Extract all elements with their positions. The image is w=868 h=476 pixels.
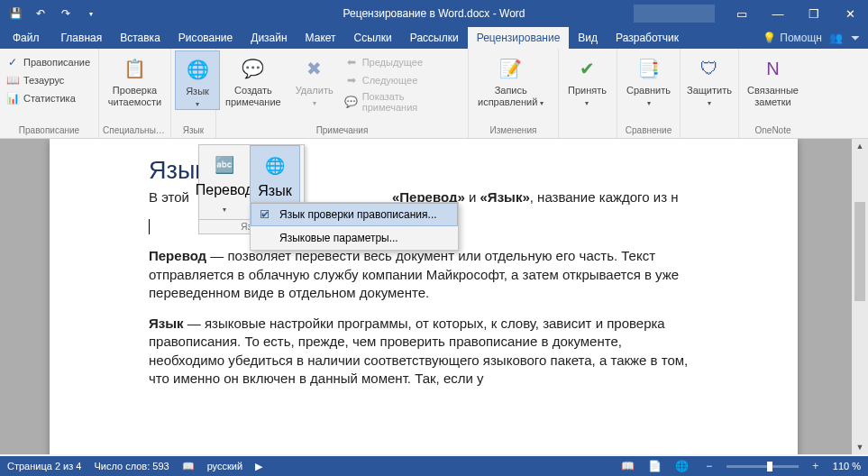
compare-button[interactable]: 📑Сравнить▾: [621, 50, 676, 108]
accessibility-icon: 📋: [121, 54, 150, 83]
zoom-slider[interactable]: [726, 465, 799, 468]
language-status[interactable]: русский: [207, 461, 242, 471]
lang-prefs-icon: [258, 231, 272, 245]
abc-check-icon: ✓: [5, 55, 20, 69]
redo-icon[interactable]: ↷: [58, 5, 74, 22]
document-page[interactable]: Язык В этой «Перевод» и «Язык», название…: [50, 139, 798, 454]
window-title: Рецензирование в Word.docx - Word: [343, 7, 525, 20]
language-button[interactable]: 🌐Язык▾: [175, 50, 220, 110]
language-submenu-label: Язык: [258, 183, 291, 198]
tell-me[interactable]: 💡Помощн: [763, 32, 822, 44]
comments-icon[interactable]: ⏷: [850, 32, 861, 44]
track-changes-button[interactable]: 📝Запись исправлений ▾: [472, 50, 549, 108]
linked-notes-button[interactable]: NСвязанные заметки: [743, 50, 803, 108]
account-sign-in[interactable]: [634, 5, 715, 23]
group-label-protect: [684, 124, 735, 138]
translate-button[interactable]: 🔤Перевод▾: [199, 145, 250, 219]
tab-mailings[interactable]: Рассылки: [401, 27, 468, 49]
share-icon[interactable]: 👥: [829, 32, 843, 44]
quick-access-toolbar: 💾 ↶ ↷ ▾: [0, 5, 99, 22]
prev-comment-label: Предыдущее: [362, 57, 423, 68]
thesaurus-label: Тезаурус: [23, 75, 64, 86]
spelling-label: Правописание: [23, 57, 90, 68]
scroll-thumb[interactable]: [854, 202, 865, 301]
print-layout-icon[interactable]: 📄: [645, 458, 665, 474]
show-comments-button[interactable]: 💬Показать примечания: [343, 90, 464, 114]
compare-icon: 📑: [635, 54, 663, 83]
word-count-button[interactable]: 📊Статистика: [4, 90, 92, 106]
group-label-comments: Примечания: [220, 124, 464, 138]
accept-button[interactable]: ✔Принять▾: [562, 50, 612, 108]
zoom-level[interactable]: 110 %: [833, 461, 861, 471]
tab-review[interactable]: Рецензирование: [468, 27, 570, 49]
chevron-down-icon: ▾: [540, 99, 544, 107]
tab-insert[interactable]: Вставка: [111, 27, 169, 49]
page-indicator[interactable]: Страница 2 из 4: [7, 461, 81, 471]
tab-design[interactable]: Дизайн: [242, 27, 296, 49]
language-preferences-label: Языковые параметры...: [279, 232, 398, 244]
tab-file[interactable]: Файл: [0, 27, 52, 49]
next-comment-button[interactable]: ➡Следующее: [343, 72, 464, 88]
spelling-button[interactable]: ✓Правописание: [4, 54, 92, 70]
group-label-proofing: Правописание: [4, 124, 95, 138]
spell-check-status-icon[interactable]: 📖: [182, 461, 195, 472]
scroll-down-icon[interactable]: ▼: [852, 440, 868, 454]
group-label-onenote: OneNote: [743, 124, 803, 138]
close-icon[interactable]: ✕: [832, 0, 868, 27]
read-mode-icon[interactable]: 📖: [618, 458, 638, 474]
tab-developer[interactable]: Разработчик: [607, 27, 688, 49]
tab-home[interactable]: Главная: [52, 27, 112, 49]
delete-comment-icon: ✖: [300, 54, 329, 83]
next-comment-label: Следующее: [362, 75, 418, 86]
compare-label: Сравнить: [626, 85, 671, 96]
qat-customize-icon[interactable]: ▾: [83, 5, 99, 22]
prev-icon: ⬅: [344, 55, 359, 69]
prev-comment-button[interactable]: ⬅Предыдущее: [343, 54, 464, 70]
accept-icon: ✔: [572, 54, 601, 83]
tab-layout[interactable]: Макет: [297, 27, 345, 49]
tab-view[interactable]: Вид: [569, 27, 607, 49]
accept-label: Принять: [568, 85, 607, 96]
chevron-down-icon: ▾: [647, 99, 651, 107]
restore-icon[interactable]: ❐: [796, 0, 832, 27]
zoom-slider-thumb[interactable]: [767, 462, 772, 471]
text-cursor: [149, 219, 150, 234]
paragraph-3: Язык — языковые настройки программы, от …: [149, 315, 699, 388]
save-icon[interactable]: 💾: [7, 5, 23, 22]
language-preferences-item[interactable]: Языковые параметры...: [251, 226, 458, 250]
vertical-scrollbar[interactable]: ▲ ▼: [852, 139, 868, 454]
delete-comment-button[interactable]: ✖Удалить▾: [290, 50, 339, 108]
translate-icon: 🔤: [210, 151, 239, 179]
ribbon-options-icon[interactable]: ▭: [724, 0, 760, 27]
word-count[interactable]: Число слов: 593: [94, 461, 169, 471]
chevron-down-icon: ▾: [585, 99, 589, 107]
chevron-down-icon: ▾: [196, 100, 199, 108]
set-proofing-language-label: Язык проверки правописания...: [279, 208, 437, 221]
undo-icon[interactable]: ↶: [32, 5, 49, 22]
track-changes-label: Запись исправлений: [478, 85, 537, 107]
scroll-up-icon[interactable]: ▲: [852, 139, 868, 153]
group-label-language: Язык: [175, 124, 212, 138]
proofing-lang-icon: 🗹: [258, 207, 272, 222]
group-label-tracking: Изменения: [472, 124, 554, 138]
web-layout-icon[interactable]: 🌐: [672, 458, 692, 474]
macro-status-icon[interactable]: ▶: [255, 461, 262, 472]
language-icon: 🌐: [183, 55, 212, 84]
accessibility-button[interactable]: 📋Проверка читаемости: [103, 50, 167, 108]
set-proofing-language-item[interactable]: 🗹Язык проверки правописания...: [251, 203, 458, 226]
minimize-icon[interactable]: —: [760, 0, 796, 27]
accessibility-label: Проверка читаемости: [108, 85, 161, 108]
chevron-down-icon: ▾: [708, 99, 711, 107]
zoom-in-icon[interactable]: +: [806, 458, 826, 474]
tab-draw[interactable]: Рисование: [169, 27, 242, 49]
protect-button[interactable]: 🛡Защитить▾: [684, 50, 735, 108]
tab-references[interactable]: Ссылки: [345, 27, 401, 49]
next-icon: ➡: [344, 73, 359, 87]
new-comment-button[interactable]: 💬Создать примечание: [220, 50, 287, 108]
delete-comment-label: Удалить: [296, 85, 333, 96]
zoom-out-icon[interactable]: −: [699, 458, 719, 474]
group-label-compare: Сравнение: [621, 124, 676, 138]
protect-label: Защитить: [687, 85, 732, 96]
stats-icon: 📊: [5, 91, 20, 105]
thesaurus-button[interactable]: 📖Тезаурус: [4, 72, 92, 88]
